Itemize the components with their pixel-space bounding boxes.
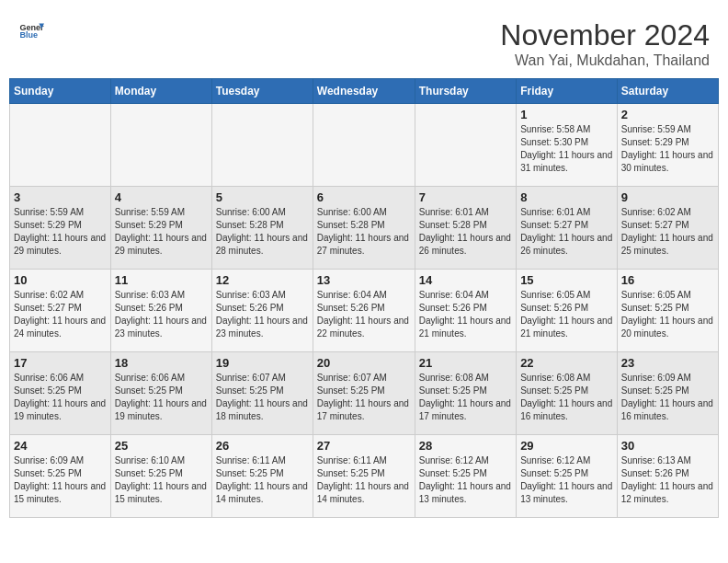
weekday-header: Wednesday (313, 79, 415, 104)
day-info: Sunrise: 6:09 AM Sunset: 5:25 PM Dayligh… (621, 372, 714, 423)
calendar-cell: 21Sunrise: 6:08 AM Sunset: 5:25 PM Dayli… (415, 352, 516, 435)
calendar-cell: 17Sunrise: 6:06 AM Sunset: 5:25 PM Dayli… (10, 352, 111, 435)
calendar-cell: 22Sunrise: 6:08 AM Sunset: 5:25 PM Dayli… (517, 352, 618, 435)
calendar-week-row: 17Sunrise: 6:06 AM Sunset: 5:25 PM Dayli… (10, 352, 719, 435)
day-info: Sunrise: 5:58 AM Sunset: 5:30 PM Dayligh… (520, 123, 613, 175)
day-number: 24 (14, 439, 107, 453)
day-info: Sunrise: 6:03 AM Sunset: 5:26 PM Dayligh… (115, 289, 208, 340)
calendar-table: SundayMondayTuesdayWednesdayThursdayFrid… (9, 78, 719, 518)
calendar-cell: 16Sunrise: 6:05 AM Sunset: 5:25 PM Dayli… (617, 270, 718, 352)
day-info: Sunrise: 6:01 AM Sunset: 5:28 PM Dayligh… (419, 206, 512, 258)
calendar-cell: 27Sunrise: 6:11 AM Sunset: 5:25 PM Dayli… (313, 435, 415, 518)
day-info: Sunrise: 6:04 AM Sunset: 5:26 PM Dayligh… (419, 289, 512, 340)
svg-text:Blue: Blue (19, 30, 38, 40)
day-number: 5 (216, 190, 309, 204)
day-number: 12 (216, 273, 309, 287)
day-info: Sunrise: 6:06 AM Sunset: 5:25 PM Dayligh… (14, 372, 107, 423)
day-info: Sunrise: 6:01 AM Sunset: 5:27 PM Dayligh… (520, 206, 613, 258)
day-number: 22 (520, 356, 613, 370)
day-number: 26 (216, 439, 309, 453)
calendar-cell: 20Sunrise: 6:07 AM Sunset: 5:25 PM Dayli… (313, 352, 415, 435)
calendar-cell: 25Sunrise: 6:10 AM Sunset: 5:25 PM Dayli… (110, 435, 211, 518)
day-info: Sunrise: 6:09 AM Sunset: 5:25 PM Dayligh… (14, 454, 107, 506)
day-number: 7 (419, 190, 512, 204)
day-number: 8 (520, 190, 613, 204)
day-info: Sunrise: 6:05 AM Sunset: 5:26 PM Dayligh… (520, 289, 613, 340)
calendar-cell: 4Sunrise: 5:59 AM Sunset: 5:29 PM Daylig… (110, 187, 211, 270)
day-number: 20 (317, 356, 411, 370)
day-info: Sunrise: 6:00 AM Sunset: 5:28 PM Dayligh… (317, 206, 411, 258)
day-info: Sunrise: 6:07 AM Sunset: 5:25 PM Dayligh… (216, 372, 309, 423)
weekday-header: Thursday (415, 79, 516, 104)
calendar-cell: 1Sunrise: 5:58 AM Sunset: 5:30 PM Daylig… (517, 104, 618, 187)
location-title: Wan Yai, Mukdahan, Thailand (500, 52, 710, 69)
calendar-cell: 5Sunrise: 6:00 AM Sunset: 5:28 PM Daylig… (211, 187, 313, 270)
day-info: Sunrise: 6:05 AM Sunset: 5:25 PM Dayligh… (621, 289, 714, 340)
calendar-week-row: 24Sunrise: 6:09 AM Sunset: 5:25 PM Dayli… (10, 435, 719, 518)
calendar-cell (211, 104, 313, 187)
weekday-header: Sunday (10, 79, 111, 104)
day-number: 11 (115, 273, 208, 287)
month-title: November 2024 (500, 18, 710, 52)
calendar-week-row: 3Sunrise: 5:59 AM Sunset: 5:29 PM Daylig… (10, 187, 719, 270)
weekday-header: Monday (110, 79, 211, 104)
title-block: November 2024 Wan Yai, Mukdahan, Thailan… (500, 18, 710, 69)
day-number: 30 (621, 439, 714, 453)
day-number: 2 (621, 108, 714, 121)
day-info: Sunrise: 6:11 AM Sunset: 5:25 PM Dayligh… (216, 454, 309, 506)
calendar-cell: 26Sunrise: 6:11 AM Sunset: 5:25 PM Dayli… (211, 435, 313, 518)
day-number: 4 (115, 190, 208, 204)
day-number: 28 (419, 439, 512, 453)
day-number: 21 (419, 356, 512, 370)
day-number: 13 (317, 273, 411, 287)
day-info: Sunrise: 6:03 AM Sunset: 5:26 PM Dayligh… (216, 289, 309, 340)
calendar-cell: 10Sunrise: 6:02 AM Sunset: 5:27 PM Dayli… (10, 270, 111, 352)
weekday-header: Saturday (617, 79, 718, 104)
calendar-cell: 11Sunrise: 6:03 AM Sunset: 5:26 PM Dayli… (110, 270, 211, 352)
day-number: 17 (14, 356, 107, 370)
calendar-cell (415, 104, 516, 187)
logo-icon: General Blue (18, 18, 44, 44)
day-info: Sunrise: 6:10 AM Sunset: 5:25 PM Dayligh… (115, 454, 208, 506)
day-info: Sunrise: 6:07 AM Sunset: 5:25 PM Dayligh… (317, 372, 411, 423)
day-number: 15 (520, 273, 613, 287)
weekday-header: Friday (517, 79, 618, 104)
calendar-cell: 24Sunrise: 6:09 AM Sunset: 5:25 PM Dayli… (10, 435, 111, 518)
day-number: 27 (317, 439, 411, 453)
day-number: 19 (216, 356, 309, 370)
day-number: 25 (115, 439, 208, 453)
day-number: 23 (621, 356, 714, 370)
calendar-cell: 18Sunrise: 6:06 AM Sunset: 5:25 PM Dayli… (110, 352, 211, 435)
calendar-week-row: 10Sunrise: 6:02 AM Sunset: 5:27 PM Dayli… (10, 270, 719, 352)
calendar-cell: 13Sunrise: 6:04 AM Sunset: 5:26 PM Dayli… (313, 270, 415, 352)
weekday-header: Tuesday (211, 79, 313, 104)
day-info: Sunrise: 6:00 AM Sunset: 5:28 PM Dayligh… (216, 206, 309, 258)
calendar-cell: 23Sunrise: 6:09 AM Sunset: 5:25 PM Dayli… (617, 352, 718, 435)
calendar-cell: 30Sunrise: 6:13 AM Sunset: 5:26 PM Dayli… (617, 435, 718, 518)
calendar-cell: 14Sunrise: 6:04 AM Sunset: 5:26 PM Dayli… (415, 270, 516, 352)
day-number: 10 (14, 273, 107, 287)
day-number: 18 (115, 356, 208, 370)
logo: General Blue (18, 18, 44, 44)
calendar-header-row: SundayMondayTuesdayWednesdayThursdayFrid… (10, 79, 719, 104)
calendar-cell: 8Sunrise: 6:01 AM Sunset: 5:27 PM Daylig… (517, 187, 618, 270)
day-info: Sunrise: 5:59 AM Sunset: 5:29 PM Dayligh… (621, 123, 714, 175)
calendar-cell (110, 104, 211, 187)
day-number: 14 (419, 273, 512, 287)
calendar-cell: 29Sunrise: 6:12 AM Sunset: 5:25 PM Dayli… (517, 435, 618, 518)
calendar-cell: 12Sunrise: 6:03 AM Sunset: 5:26 PM Dayli… (211, 270, 313, 352)
calendar-cell: 19Sunrise: 6:07 AM Sunset: 5:25 PM Dayli… (211, 352, 313, 435)
day-number: 16 (621, 273, 714, 287)
day-number: 3 (14, 190, 107, 204)
day-info: Sunrise: 6:04 AM Sunset: 5:26 PM Dayligh… (317, 289, 411, 340)
day-info: Sunrise: 6:08 AM Sunset: 5:25 PM Dayligh… (520, 372, 613, 423)
day-info: Sunrise: 5:59 AM Sunset: 5:29 PM Dayligh… (115, 206, 208, 258)
day-number: 9 (621, 190, 714, 204)
day-info: Sunrise: 6:02 AM Sunset: 5:27 PM Dayligh… (621, 206, 714, 258)
day-info: Sunrise: 6:12 AM Sunset: 5:25 PM Dayligh… (520, 454, 613, 506)
day-info: Sunrise: 6:08 AM Sunset: 5:25 PM Dayligh… (419, 372, 512, 423)
day-number: 1 (520, 108, 613, 121)
calendar-cell: 3Sunrise: 5:59 AM Sunset: 5:29 PM Daylig… (10, 187, 111, 270)
calendar-cell (10, 104, 111, 187)
calendar-cell (313, 104, 415, 187)
